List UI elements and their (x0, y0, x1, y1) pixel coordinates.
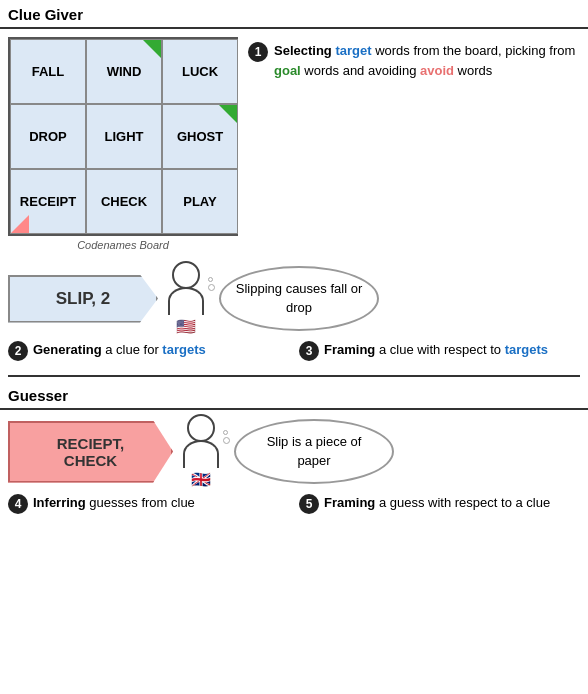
clue-tag: SLIP, 2 (8, 275, 158, 323)
step5-item: 5 Framing a guess with respect to a clue (299, 493, 580, 514)
guesser-person-figure: 🇬🇧 (183, 414, 219, 489)
cell-ghost: GHOST (162, 104, 238, 169)
step3-num: 3 (299, 341, 319, 361)
codenames-board: FALL WIND LUCK DROP LIGHT GHOST RECEIPT … (8, 37, 238, 236)
cell-play: PLAY (162, 169, 238, 234)
cell-light: LIGHT (86, 104, 162, 169)
guesser-bubble-xs (223, 430, 228, 435)
bubble-xs (208, 277, 213, 282)
guesser-header: Guesser (0, 381, 588, 410)
guess-tag: RECIEPT, CHECK (8, 421, 173, 483)
step3-item: 3 Framing a clue with respect to targets (299, 340, 580, 361)
step2-text: Generating a clue for targets (33, 340, 206, 360)
top-section: FALL WIND LUCK DROP LIGHT GHOST RECEIPT … (0, 29, 588, 255)
speech-bubble-main-2: Slip is a piece of paper (234, 419, 394, 484)
person-speech-group: 🇺🇸 Slipping causes fall or drop (168, 261, 379, 336)
cell-receipt: RECEIPT (10, 169, 86, 234)
guesser-section: RECIEPT, CHECK 🇬🇧 Slip is a piece of pap… (0, 410, 588, 491)
person-figure: 🇺🇸 (168, 261, 204, 336)
flag-us-icon: 🇺🇸 (176, 317, 196, 336)
step5-text: Framing a guess with respect to a clue (324, 493, 550, 513)
step4-text: Inferring guesses from clue (33, 493, 195, 513)
steps-45-row: 4 Inferring guesses from clue 5 Framing … (0, 491, 588, 524)
cell-luck: LUCK (162, 39, 238, 104)
step4-num: 4 (8, 494, 28, 514)
guesser-person-speech-group: 🇬🇧 Slip is a piece of paper (183, 414, 394, 489)
step1-text: Selecting target words from the board, p… (274, 41, 580, 80)
speech-bubbles-col (208, 277, 215, 291)
step3-text: Framing a clue with respect to targets (324, 340, 548, 360)
step1-info: 1 Selecting target words from the board,… (248, 37, 580, 251)
step5-num: 5 (299, 494, 319, 514)
person-body (168, 287, 204, 315)
steps-23-row: 2 Generating a clue for targets 3 Framin… (0, 338, 588, 369)
speech-bubble-main-1: Slipping causes fall or drop (219, 266, 379, 331)
step1-num: 1 (248, 42, 268, 62)
guesser-speech-bubbles-col (223, 430, 230, 444)
board-label: Codenames Board (77, 239, 169, 251)
guesser-person-head (187, 414, 215, 442)
mid-section: SLIP, 2 🇺🇸 Slipping causes fall or drop (0, 255, 588, 338)
flag-uk-icon: 🇬🇧 (191, 470, 211, 489)
step1-row: 1 Selecting target words from the board,… (248, 41, 580, 80)
person-head (172, 261, 200, 289)
step2-num: 2 (8, 341, 28, 361)
cell-wind: WIND (86, 39, 162, 104)
guesser-person-body (183, 440, 219, 468)
cell-fall: FALL (10, 39, 86, 104)
section-divider (8, 375, 580, 377)
step4-item: 4 Inferring guesses from clue (8, 493, 289, 514)
bubble-sm (208, 284, 215, 291)
cell-drop: DROP (10, 104, 86, 169)
cell-check: CHECK (86, 169, 162, 234)
clue-giver-header: Clue Giver (0, 0, 588, 29)
step2-item: 2 Generating a clue for targets (8, 340, 289, 361)
guesser-bubble-sm (223, 437, 230, 444)
board-container: FALL WIND LUCK DROP LIGHT GHOST RECEIPT … (8, 37, 238, 251)
